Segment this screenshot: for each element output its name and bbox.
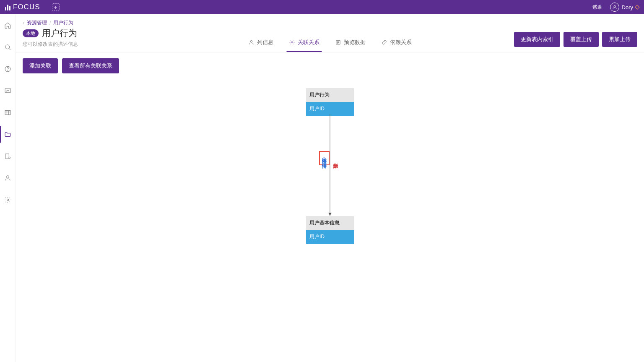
- canvas: 添加关联 查看所有关联关系 用户行为 用户ID 内连接 (详情) 删除 用户基本…: [16, 52, 644, 362]
- topbar: FOCUS + 帮助 Dory: [0, 0, 644, 14]
- logo-icon: [5, 4, 10, 10]
- breadcrumb-current[interactable]: 用户行为: [53, 19, 73, 26]
- sidebar-item-table[interactable]: [0, 107, 16, 117]
- sidebar-item-home[interactable]: [0, 20, 16, 30]
- tabs: 列信息 关联关系 预览数据 依赖关系: [246, 34, 414, 52]
- svg-point-0: [614, 5, 615, 7]
- update-index-button[interactable]: 更新表内索引: [514, 32, 560, 47]
- page-title: 用户行为: [42, 27, 77, 39]
- join-type-label[interactable]: 内连接 (详情): [319, 151, 330, 165]
- logo[interactable]: FOCUS: [5, 3, 40, 11]
- svg-point-8: [7, 175, 9, 178]
- user-icon: [249, 39, 254, 45]
- breadcrumb: ‹ 资源管理 / 用户行为: [23, 19, 637, 26]
- sidebar-item-folder[interactable]: [0, 129, 16, 139]
- svg-point-3: [8, 70, 8, 70]
- avatar-icon: [610, 3, 619, 12]
- diagram-edge: [330, 114, 330, 216]
- svg-rect-5: [5, 110, 10, 115]
- diagram-node-source[interactable]: 用户行为 用户ID: [306, 88, 354, 116]
- node-title: 用户行为: [306, 88, 354, 102]
- append-upload-button[interactable]: 累加上传: [602, 32, 637, 47]
- help-link[interactable]: 帮助: [592, 4, 602, 11]
- list-icon: [335, 39, 341, 45]
- user-menu[interactable]: Dory: [610, 3, 639, 12]
- chevron-left-icon[interactable]: ‹: [23, 20, 24, 26]
- sidebar-item-help[interactable]: [0, 64, 16, 74]
- sidebar-item-config[interactable]: [0, 151, 16, 161]
- link-icon: [382, 39, 387, 45]
- diagram-node-target[interactable]: 用户基本信息 用户ID: [306, 216, 354, 244]
- page-header: ‹ 资源管理 / 用户行为 本地 用户行为 您可以修改表的描述信息 列信息 关联…: [16, 14, 644, 52]
- svg-point-11: [291, 42, 293, 43]
- sidebar-item-search[interactable]: [0, 42, 16, 52]
- local-badge: 本地: [23, 29, 39, 37]
- tab-relations[interactable]: 关联关系: [287, 34, 322, 52]
- tab-preview[interactable]: 预览数据: [333, 34, 368, 52]
- user-name: Dory: [622, 4, 633, 10]
- svg-point-1: [5, 44, 10, 49]
- tab-dependency[interactable]: 依赖关系: [379, 34, 414, 52]
- tab-columns[interactable]: 列信息: [246, 34, 276, 52]
- delete-relation-button[interactable]: 删除: [332, 159, 339, 160]
- node-title: 用户基本信息: [306, 216, 354, 230]
- breadcrumb-parent[interactable]: 资源管理: [27, 19, 47, 26]
- svg-rect-6: [5, 154, 9, 158]
- node-field: 用户ID: [306, 230, 354, 244]
- arrowhead-icon: [328, 213, 332, 216]
- sidebar-item-user[interactable]: [0, 173, 16, 183]
- gear-icon: [289, 39, 295, 45]
- new-button[interactable]: +: [52, 3, 60, 11]
- overwrite-upload-button[interactable]: 覆盖上传: [564, 32, 599, 47]
- svg-point-10: [250, 40, 252, 42]
- sidebar-item-settings[interactable]: [0, 195, 16, 205]
- svg-point-9: [7, 199, 8, 201]
- sidebar-item-chart[interactable]: [0, 86, 16, 96]
- sidebar: [0, 14, 16, 362]
- diamond-icon: [635, 5, 639, 9]
- brand-name: FOCUS: [13, 3, 40, 11]
